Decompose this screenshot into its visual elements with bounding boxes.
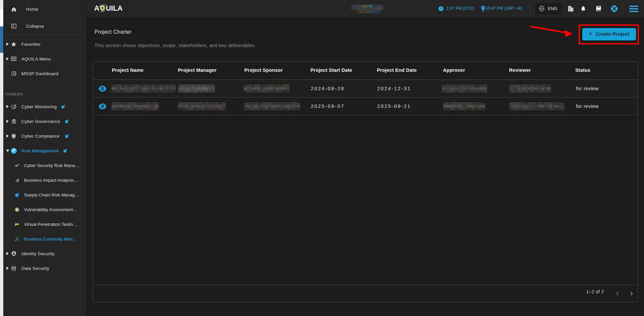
- svg-text:A: A: [94, 4, 99, 12]
- svg-text:UILA: UILA: [106, 4, 123, 12]
